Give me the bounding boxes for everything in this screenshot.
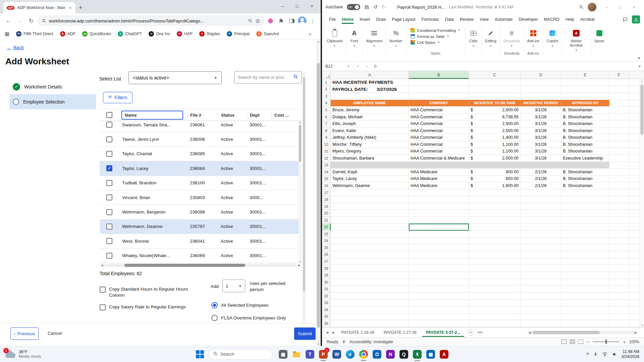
employee-row[interactable]: Vincent, Brian 235803 Active 3000... (100, 190, 302, 205)
row-checkbox[interactable] (106, 165, 112, 171)
row-header-3[interactable]: 3 (322, 93, 331, 100)
cell-B10[interactable]: HAA Commercial (409, 141, 469, 148)
taskbar-app-edge[interactable]: e (343, 347, 357, 362)
taskbar-app-widgets[interactable]: ▦ (276, 347, 290, 362)
bookmark-item[interactable]: G ChatGPT (118, 31, 142, 37)
clock[interactable]: 11:48 AM 3/24/2026 (622, 349, 639, 359)
cell-E27[interactable] (561, 258, 609, 265)
row-checkbox[interactable] (106, 253, 112, 259)
cell-B20[interactable] (409, 210, 469, 217)
scroll-down-icon[interactable]: ▼ (299, 260, 302, 263)
cell-A23[interactable] (331, 231, 409, 238)
cell-C6[interactable]: $6,738.55 (469, 114, 521, 121)
cell-D11[interactable]: 3/1/26 (521, 148, 561, 155)
back-icon[interactable]: ← (3, 16, 13, 26)
cell-F36[interactable] (609, 320, 629, 327)
row-header-22[interactable]: 22 (322, 224, 331, 231)
document-title[interactable]: Payroll Report_2026 H... (397, 5, 445, 10)
cell-A21[interactable] (331, 217, 409, 224)
menu-item[interactable]: File (326, 15, 339, 24)
cell-D12[interactable]: 3/1/26 (521, 155, 561, 162)
cell-D32[interactable] (521, 293, 561, 300)
cell-D4[interactable]: INCENTIVE PERIOD (521, 100, 561, 107)
cell-C28[interactable] (469, 265, 521, 272)
row-header-29[interactable]: 29 (322, 272, 331, 279)
sheet-tab[interactable]: PAYDATE 1-16-26 (337, 328, 378, 337)
cell-B30[interactable] (409, 279, 469, 286)
hscrollbar-thumb[interactable] (124, 264, 245, 267)
cell-F34[interactable] (609, 306, 629, 313)
row-header-28[interactable]: 28 (322, 265, 331, 272)
cell-styles-button[interactable]: Cell Styles▼ (411, 40, 440, 45)
cell-A3[interactable] (331, 93, 409, 100)
cell-E4[interactable]: APPROVED BY (561, 100, 609, 107)
row-header-30[interactable]: 30 (322, 279, 331, 286)
scroll-left-icon[interactable]: ◀ (527, 331, 532, 334)
cell-F22[interactable] (609, 224, 629, 231)
cell-C23[interactable] (469, 231, 521, 238)
row-header-10[interactable]: 10 (322, 141, 331, 148)
cell-E30[interactable] (561, 279, 609, 286)
window-maximize-button[interactable]: □ (290, 4, 305, 9)
row-header-33[interactable]: 33 (322, 300, 331, 307)
cell-C16[interactable]: $1,600.00 (469, 182, 521, 189)
cell-F21[interactable] (609, 217, 629, 224)
row-checkbox[interactable] (106, 122, 112, 128)
menu-kebab-icon[interactable]: ⋮ (308, 16, 317, 25)
row-header-31[interactable]: 31 (322, 286, 331, 293)
cell-D25[interactable] (521, 244, 561, 251)
cell-F11[interactable] (609, 148, 629, 155)
cell-D14[interactable]: 2/1/26 (521, 169, 561, 176)
cell-E17[interactable] (561, 189, 609, 196)
column-header-name[interactable]: Name (119, 111, 187, 119)
row-header-11[interactable]: 11 (322, 148, 331, 155)
cell-F3[interactable] (609, 93, 629, 100)
scroll-up-icon[interactable]: ▲ (316, 40, 321, 43)
row-header-7[interactable]: 7 (322, 120, 331, 127)
column-header-cost[interactable]: Cost ... (271, 111, 299, 119)
cell-A35[interactable] (331, 313, 409, 320)
cells-button[interactable]: Cells▼ (469, 27, 478, 48)
cell-F19[interactable] (609, 203, 629, 210)
cell-E6[interactable]: B. Shooshanian (561, 114, 609, 121)
row-header-13[interactable]: 13 (322, 162, 331, 169)
row-checkbox[interactable] (106, 224, 112, 230)
step-worksheet-details[interactable]: ✓ Worksheet Details (9, 79, 96, 94)
cell-F20[interactable] (609, 210, 629, 217)
row-checkbox[interactable] (106, 136, 112, 142)
employee-row[interactable]: Taylor, Lacey 236084 Active 30001... (100, 161, 302, 176)
col-header-E[interactable]: E (561, 71, 609, 79)
cell-D2[interactable] (521, 86, 561, 93)
cell-E14[interactable]: B. Shooshanian (561, 169, 609, 176)
zoom-out-icon[interactable]: − (587, 339, 589, 345)
cell-C36[interactable] (469, 320, 521, 327)
taskbar-app-teams[interactable]: T (303, 347, 317, 362)
cell-B33[interactable] (409, 300, 469, 307)
filters-button[interactable]: Filters (103, 92, 132, 103)
all-selected-radio[interactable] (211, 302, 218, 308)
scroll-down-icon[interactable]: ▼ (316, 343, 321, 345)
cell-C3[interactable] (469, 93, 521, 100)
sheet-nav-left-icon[interactable]: ◀ (325, 331, 330, 334)
employee-row[interactable]: Wehrmann, Deanne 235797 Active 30001... (100, 220, 302, 234)
formula-input[interactable] (380, 62, 635, 71)
cell-A32[interactable] (331, 293, 409, 300)
cell-A36[interactable] (331, 320, 409, 327)
step-employee-selection[interactable]: Employee Selection (9, 94, 96, 109)
forward-icon[interactable]: → (15, 16, 25, 26)
cell-D34[interactable] (521, 306, 561, 313)
start-button[interactable] (196, 350, 204, 358)
cell-C8[interactable]: $2,500.00 (469, 127, 521, 134)
cell-E13[interactable] (561, 162, 609, 169)
employee-row[interactable]: Swanson, Tamala Sha... 236061 Active 300… (100, 121, 302, 132)
cell-A8[interactable]: Evans, Katie (331, 127, 409, 134)
cell-D18[interactable] (521, 196, 561, 203)
cell-E3[interactable] (561, 93, 609, 100)
cell-E20[interactable] (561, 210, 609, 217)
panel-scrollbar[interactable] (303, 72, 306, 324)
search-input[interactable] (238, 75, 291, 80)
cell-D21[interactable] (521, 217, 561, 224)
share-button[interactable] (632, 15, 640, 23)
row-header-34[interactable]: 34 (322, 306, 331, 313)
cell-F35[interactable] (609, 313, 629, 320)
